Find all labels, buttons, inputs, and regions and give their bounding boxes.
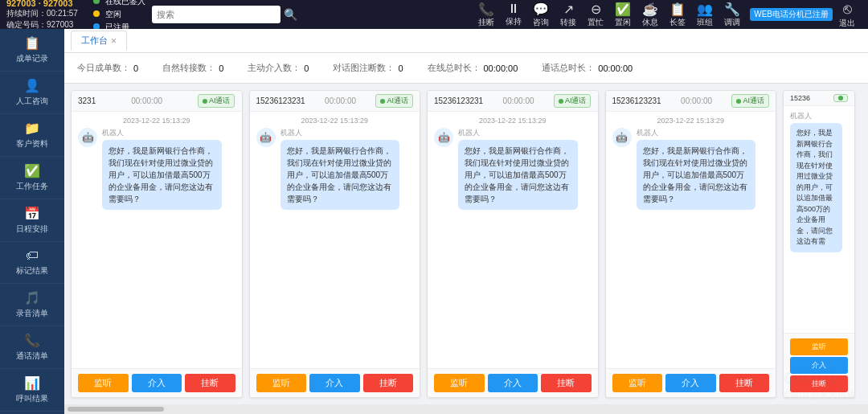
nav-bar: 📞 挂断 ⏸ 保持 💬 咨询 ↗ 转接 ⊖ 置忙 ✅ 置闲 ☕ 休息 📋 <box>473 0 833 30</box>
msg-sender-5: 机器人 <box>790 111 848 121</box>
msg-sender-1: 机器人 <box>102 128 235 138</box>
nav-transfer[interactable]: ↗ 转接 <box>555 0 581 30</box>
sidebar-item-tasks[interactable]: ✅ 工作任务 <box>0 157 64 199</box>
card-header-3: 15236123231 00:00:00 AI通话 <box>428 91 598 112</box>
ai-badge-1: AI通话 <box>198 94 235 108</box>
search-input[interactable] <box>152 6 280 23</box>
adjust-icon: 🔧 <box>724 2 740 17</box>
robot-avatar-1: 🤖 <box>78 128 97 147</box>
sidebar-item-orders[interactable]: 📋 成单记录 <box>0 29 64 72</box>
nav-break[interactable]: ☕ 休息 <box>637 0 663 30</box>
sidebar-item-callresult[interactable]: 📊 呼叫结果 <box>0 369 64 412</box>
hangup-btn-5[interactable]: 挂断 <box>790 375 848 392</box>
nav-hangup[interactable]: 📞 挂断 <box>473 0 499 30</box>
main-layout: 📋 成单记录 👤 人工咨询 📁 客户资料 ✅ 工作任务 📅 日程安排 🏷 标记结… <box>0 29 868 414</box>
card-phone-5: 15236 <box>790 94 810 102</box>
card-body-1: 2023-12-22 15:13:29 🤖 机器人 您好，我是新网银行合作商，我… <box>72 112 242 368</box>
online-dot <box>93 0 100 4</box>
monitor-btn-4[interactable]: 监听 <box>612 374 663 392</box>
nav-hold[interactable]: ⏸ 保持 <box>501 0 526 29</box>
agent-id: 927003 · 927003 <box>6 0 87 8</box>
nav-busy[interactable]: ⊖ 置忙 <box>583 0 608 30</box>
ai-dot-4 <box>736 99 741 104</box>
call-card-4: 15236123231 00:00:00 AI通话 2023-12-22 15:… <box>605 90 777 398</box>
status-idle: 空闲 <box>93 9 145 20</box>
nav-team[interactable]: 👥 班组 <box>692 0 718 30</box>
calls-icon: 📞 <box>24 333 40 348</box>
transfer-icon: ↗ <box>563 2 574 17</box>
sidebar-item-schedule[interactable]: 📅 日程安排 <box>0 199 64 242</box>
agent-time: 持续时间：00:21:57 <box>6 8 87 19</box>
nav-free[interactable]: ✅ 置闲 <box>610 0 636 30</box>
tab-bar: 工作台 × <box>64 29 868 53</box>
agent-info: 927003 · 927003 持续时间：00:21:57 确定号码：92700… <box>6 0 87 31</box>
stat-natural-transfer: 自然转接数： 0 <box>162 62 223 74</box>
card-time-4: 00:00:00 <box>681 96 712 105</box>
busy-icon: ⊖ <box>591 2 601 17</box>
msg-time-2: 2023-12-22 15:13:29 <box>256 117 414 125</box>
stat-call-duration: 通话总时长： 00:00:00 <box>542 62 633 74</box>
card-header-5: 15236 <box>784 91 854 106</box>
intervene-btn-5[interactable]: 介入 <box>790 357 848 374</box>
sidebar-item-manual[interactable]: 👤 人工咨询 <box>0 72 64 114</box>
sidebar: 📋 成单记录 👤 人工咨询 📁 客户资料 ✅ 工作任务 📅 日程安排 🏷 标记结… <box>0 29 64 414</box>
longsign-icon: 📋 <box>669 2 686 17</box>
intervene-btn-2[interactable]: 介入 <box>309 374 360 392</box>
monitor-btn-1[interactable]: 监听 <box>78 374 129 392</box>
scroll-thumb[interactable] <box>68 407 164 412</box>
card-header-4: 15236123231 00:00:00 AI通话 <box>606 91 776 112</box>
stats-bar: 今日成单数： 0 自然转接数： 0 主动介入数： 0 对话图注断数： 0 在线总… <box>64 53 868 84</box>
manual-icon: 👤 <box>24 78 40 93</box>
msg-row-1: 🤖 机器人 您好，我是新网银行合作商，我们现在针对使用过微业贷的用户，可以追加借… <box>78 128 235 210</box>
hangup-btn-4[interactable]: 挂断 <box>719 374 770 392</box>
monitor-btn-3[interactable]: 监听 <box>434 374 485 392</box>
hangup-btn-1[interactable]: 挂断 <box>185 374 235 392</box>
card-phone-1: 3231 <box>78 96 96 105</box>
search-icon[interactable]: 🔍 <box>284 8 297 21</box>
logout-button[interactable]: ⎋ 退出 <box>833 1 862 29</box>
hangup-btn-3[interactable]: 挂断 <box>541 374 592 392</box>
card-actions-1: 监听 介入 挂断 <box>72 368 242 397</box>
sidebar-item-customer[interactable]: 📁 客户资料 <box>0 114 64 157</box>
search-area: 🔍 <box>152 6 467 23</box>
msg-bubble-3: 您好，我是新网银行合作商，我们现在针对使用过微业贷的用户，可以追加借最高500万… <box>458 140 578 210</box>
monitor-btn-2[interactable]: 监听 <box>256 374 307 392</box>
card-phone-4: 15236123231 <box>612 96 661 105</box>
content-area: 工作台 × 今日成单数： 0 自然转接数： 0 主动介入数： 0 对话图注断数：… <box>64 29 868 414</box>
logout-icon: ⎋ <box>843 1 852 18</box>
ai-badge-4: AI通话 <box>731 94 769 108</box>
sidebar-item-recording[interactable]: 🎵 录音清单 <box>0 284 64 326</box>
nav-adjust[interactable]: 🔧 调调 <box>719 0 745 30</box>
horizontal-scrollbar[interactable] <box>64 404 868 414</box>
nav-longsign[interactable]: 📋 长签 <box>665 0 690 30</box>
monitor-btn-5[interactable]: 监听 <box>790 338 848 355</box>
nav-consult[interactable]: 💬 咨询 <box>528 0 554 30</box>
msg-bubble-1: 您好，我是新网银行合作商，我们现在针对使用过微业贷的用户，可以追加借最高500万… <box>102 140 222 210</box>
robot-avatar-2: 🤖 <box>256 128 276 147</box>
tab-workbench[interactable]: 工作台 × <box>71 31 127 51</box>
intervene-btn-4[interactable]: 介入 <box>665 374 716 392</box>
sidebar-item-calls[interactable]: 📞 通话清单 <box>0 326 64 369</box>
msg-time-3: 2023-12-22 15:13:29 <box>434 117 592 125</box>
card-actions-4: 监听 介入 挂断 <box>606 368 776 397</box>
ai-badge-2: AI通话 <box>375 94 413 108</box>
msg-row-2: 🤖 机器人 您好，我是新网银行合作商，我们现在针对使用过微业贷的用户，可以追加借… <box>256 128 414 210</box>
sidebar-item-mark[interactable]: 🏷 标记结果 <box>0 242 64 284</box>
card-body-2: 2023-12-22 15:13:29 🤖 机器人 您好，我是新网银行合作商，我… <box>250 112 420 368</box>
robot-avatar-3: 🤖 <box>434 128 453 147</box>
header: 927003 · 927003 持续时间：00:21:57 确定号码：92700… <box>0 0 868 29</box>
intervene-btn-1[interactable]: 介入 <box>132 374 182 392</box>
hangup-btn-2[interactable]: 挂断 <box>363 374 414 392</box>
team-icon: 👥 <box>697 2 713 17</box>
msg-row-4: 🤖 机器人 您好，我是新网银行合作商，我们现在针对使用过微业贷的用户，可以追加借… <box>612 128 770 210</box>
recording-icon: 🎵 <box>24 290 40 305</box>
robot-avatar-4: 🤖 <box>612 128 632 147</box>
msg-sender-3: 机器人 <box>458 128 592 138</box>
intervene-btn-3[interactable]: 介入 <box>488 374 538 392</box>
call-card-3: 15236123231 00:00:00 AI通话 2023-12-22 15:… <box>427 90 599 398</box>
schedule-icon: 📅 <box>24 206 40 221</box>
msg-time-1: 2023-12-22 15:13:29 <box>78 117 235 125</box>
callresult-icon: 📊 <box>24 375 40 391</box>
tab-close-button[interactable]: × <box>111 35 117 47</box>
tasks-icon: ✅ <box>24 163 40 178</box>
